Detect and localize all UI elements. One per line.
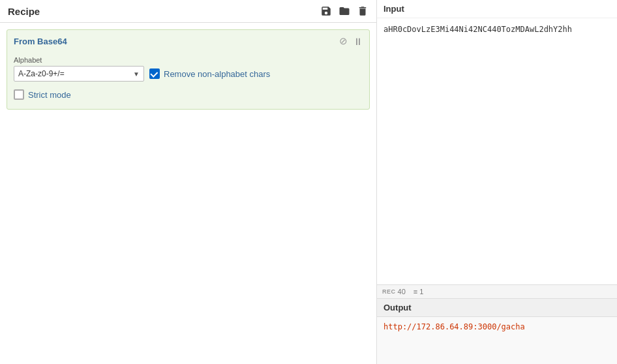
input-header: Input <box>377 0 617 18</box>
pause-operation-button[interactable]: ⏸ <box>353 36 363 47</box>
right-panel: Input aHR0cDovLzE3Mi44Ni42NC440TozMDAwL2… <box>377 0 617 364</box>
recipe-title: Recipe <box>8 6 40 17</box>
rec-count: 40 <box>398 288 406 296</box>
left-panel: Recipe From Base64 ⊘ ⏸ Alphabet <box>0 0 377 364</box>
operation-card-header: From Base64 ⊘ ⏸ <box>7 30 369 52</box>
alphabet-label: Alphabet <box>14 56 363 64</box>
operation-card: From Base64 ⊘ ⏸ Alphabet A-Za-z0-9+/= ▼ … <box>7 29 370 110</box>
save-icon <box>320 5 332 17</box>
operation-body: Alphabet A-Za-z0-9+/= ▼ Remove non-alpha… <box>7 52 369 109</box>
open-folder-button[interactable] <box>339 5 350 17</box>
delete-icon <box>357 5 369 17</box>
input-section: Input aHR0cDovLzE3Mi44Ni42NC440TozMDAwL2… <box>377 0 617 299</box>
alphabet-row: A-Za-z0-9+/= ▼ Remove non-alphabet chars <box>14 66 363 82</box>
chevron-down-icon: ▼ <box>133 70 140 78</box>
disable-operation-button[interactable]: ⊘ <box>339 35 348 47</box>
lines-icon: ≡ <box>414 288 417 296</box>
remove-nonalpha-checkbox[interactable] <box>149 68 160 79</box>
operation-header-icons: ⊘ ⏸ <box>339 35 363 47</box>
input-footer: REC 40 ≡ 1 <box>377 284 617 298</box>
output-section: Output http://172.86.64.89:3000/gacha <box>377 299 617 364</box>
strict-mode-checkbox[interactable] <box>14 89 24 100</box>
rec-icon: REC <box>382 288 396 295</box>
remove-nonalpha-label: Remove non-alphabet chars <box>164 69 270 79</box>
lines-count-item: ≡ 1 <box>414 288 424 296</box>
recipe-toolbar <box>320 5 369 17</box>
strict-mode-label: Strict mode <box>28 90 71 100</box>
alphabet-select-value: A-Za-z0-9+/= <box>18 69 65 78</box>
alphabet-select[interactable]: A-Za-z0-9+/= ▼ <box>14 66 144 82</box>
input-content[interactable]: aHR0cDovLzE3Mi44Ni42NC440TozMDAwL2dhY2hh <box>377 18 617 284</box>
output-header: Output <box>377 299 617 317</box>
rec-count-item: REC 40 <box>382 288 406 296</box>
strict-mode-row: Strict mode <box>14 89 363 100</box>
lines-count: 1 <box>419 288 423 296</box>
operation-name: From Base64 <box>14 37 67 46</box>
remove-nonalpha-row: Remove non-alphabet chars <box>149 68 270 79</box>
recipe-header: Recipe <box>0 0 376 23</box>
output-content: http://172.86.64.89:3000/gacha <box>377 317 617 337</box>
folder-icon <box>339 5 350 17</box>
delete-button[interactable] <box>357 5 369 17</box>
save-button[interactable] <box>320 5 332 17</box>
